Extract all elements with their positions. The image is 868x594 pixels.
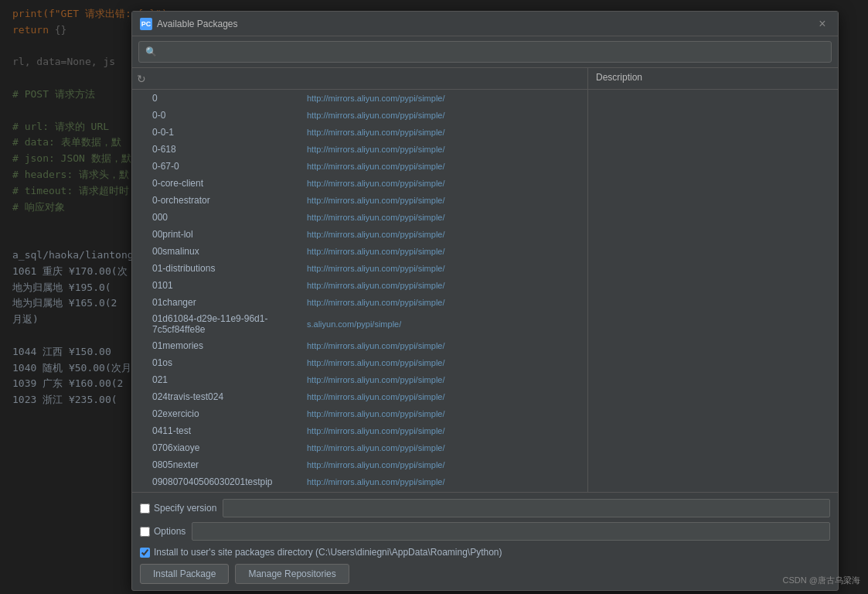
table-row[interactable]: 024travis-test024http://mirrors.aliyun.c… [132, 388, 587, 405]
package-name: 0-core-client [152, 178, 307, 189]
table-row[interactable]: 01-distributionshttp://mirrors.aliyun.co… [132, 260, 587, 277]
package-url: http://mirrors.aliyun.com/pypi/simple/ [307, 477, 445, 486]
version-input[interactable] [223, 499, 830, 517]
options-checkbox-label[interactable]: Options [140, 526, 186, 537]
available-packages-dialog: PC Available Packages × 🔍 ↻ 0http://mirr… [131, 11, 839, 591]
table-row[interactable]: 0-0http://mirrors.aliyun.com/pypi/simple… [132, 107, 587, 124]
package-url: http://mirrors.aliyun.com/pypi/simple/ [307, 298, 445, 307]
close-button[interactable]: × [815, 16, 830, 32]
package-url: http://mirrors.aliyun.com/pypi/simple/ [307, 162, 445, 171]
search-input-wrapper[interactable]: 🔍 [138, 41, 832, 63]
package-name: 00print-lol [152, 229, 307, 240]
package-url: http://mirrors.aliyun.com/pypi/simple/ [307, 409, 445, 418]
search-icon: 🔍 [145, 46, 157, 57]
package-name: 0-67-0 [152, 161, 307, 172]
table-row[interactable]: 01changerhttp://mirrors.aliyun.com/pypi/… [132, 294, 587, 311]
package-url: http://mirrors.aliyun.com/pypi/simple/ [307, 230, 445, 239]
search-input[interactable] [160, 46, 825, 57]
package-name: 00smalinux [152, 246, 307, 257]
table-row[interactable]: 0411-testhttp://mirrors.aliyun.com/pypi/… [132, 422, 587, 439]
manage-repositories-button[interactable]: Manage Repositories [235, 564, 349, 584]
package-name: 02exercicio [152, 408, 307, 419]
package-url: http://mirrors.aliyun.com/pypi/simple/ [307, 281, 445, 290]
package-name: 0805nexter [152, 459, 307, 470]
package-list: 0http://mirrors.aliyun.com/pypi/simple/0… [132, 90, 587, 492]
table-row[interactable]: 090807040506030201testpiphttp://mirrors.… [132, 473, 587, 490]
package-name: 01os [152, 357, 307, 368]
pycharm-icon: PC [140, 18, 152, 30]
package-name: 01memories [152, 340, 307, 351]
specify-version-checkbox-label[interactable]: Specify version [140, 503, 216, 514]
table-row[interactable]: 0805nexterhttp://mirrors.aliyun.com/pypi… [132, 456, 587, 473]
bottom-panel: Specify version Options Install to user'… [132, 492, 838, 590]
refresh-icon[interactable]: ↻ [137, 73, 149, 85]
package-url: http://mirrors.aliyun.com/pypi/simple/ [307, 179, 445, 188]
package-url: http://mirrors.aliyun.com/pypi/simple/ [307, 443, 445, 452]
watermark: CSDN @唐古乌梁海 [783, 575, 860, 586]
options-checkbox[interactable] [140, 527, 150, 537]
table-row[interactable]: 0-0-1http://mirrors.aliyun.com/pypi/simp… [132, 124, 587, 141]
package-name: 01-distributions [152, 263, 307, 274]
table-row[interactable]: 01oshttp://mirrors.aliyun.com/pypi/simpl… [132, 354, 587, 371]
description-panel: Description [588, 68, 838, 492]
package-url: http://mirrors.aliyun.com/pypi/simple/ [307, 247, 445, 256]
dialog-title: Available Packages [157, 19, 238, 29]
specify-version-label: Specify version [154, 503, 216, 514]
table-row[interactable]: 02exerciciohttp://mirrors.aliyun.com/pyp… [132, 405, 587, 422]
table-row[interactable]: 0-618http://mirrors.aliyun.com/pypi/simp… [132, 141, 587, 158]
package-url: http://mirrors.aliyun.com/pypi/simple/ [307, 460, 445, 469]
description-content [588, 90, 838, 492]
package-name: 0-618 [152, 144, 307, 155]
specify-version-row: Specify version [140, 499, 830, 517]
package-url: http://mirrors.aliyun.com/pypi/simple/ [307, 341, 445, 350]
description-header: Description [588, 68, 838, 90]
package-name: 0-orchestrator [152, 195, 307, 206]
title-left: PC Available Packages [140, 18, 238, 30]
package-url: http://mirrors.aliyun.com/pypi/simple/ [307, 358, 445, 367]
table-row[interactable]: 021http://mirrors.aliyun.com/pypi/simple… [132, 371, 587, 388]
package-url: http://mirrors.aliyun.com/pypi/simple/ [307, 375, 445, 384]
package-name: 01d61084-d29e-11e9-96d1-7c5cf84ffe8e [152, 313, 307, 335]
install-path-checkbox[interactable] [140, 548, 150, 558]
install-package-button[interactable]: Install Package [140, 564, 229, 584]
package-name: 090807040506030201testpip [152, 476, 307, 487]
install-path-label[interactable]: Install to user's site packages director… [140, 547, 502, 558]
package-url: http://mirrors.aliyun.com/pypi/simple/ [307, 392, 445, 401]
package-url: http://mirrors.aliyun.com/pypi/simple/ [307, 196, 445, 205]
table-row[interactable]: 00smalinuxhttp://mirrors.aliyun.com/pypi… [132, 243, 587, 260]
package-url: http://mirrors.aliyun.com/pypi/simple/ [307, 264, 445, 273]
package-name: 000 [152, 212, 307, 223]
table-row[interactable]: 00print-lolhttp://mirrors.aliyun.com/pyp… [132, 226, 587, 243]
specify-version-checkbox[interactable] [140, 504, 150, 514]
table-row[interactable]: 0101http://mirrors.aliyun.com/pypi/simpl… [132, 277, 587, 294]
dialog-body: ↻ 0http://mirrors.aliyun.com/pypi/simple… [132, 68, 838, 492]
search-bar: 🔍 [132, 36, 838, 68]
options-input[interactable] [192, 522, 830, 541]
dialog-titlebar: PC Available Packages × [132, 12, 838, 36]
package-url: http://mirrors.aliyun.com/pypi/simple/ [307, 111, 445, 120]
table-row[interactable]: 0http://mirrors.aliyun.com/pypi/simple/ [132, 90, 587, 107]
table-row[interactable]: 0-core-clienthttp://mirrors.aliyun.com/p… [132, 175, 587, 192]
install-path-text: Install to user's site packages director… [154, 547, 502, 558]
list-toolbar: ↻ [132, 68, 587, 90]
table-row[interactable]: 000http://mirrors.aliyun.com/pypi/simple… [132, 209, 587, 226]
options-label: Options [154, 526, 186, 537]
package-name: 0 [152, 93, 307, 104]
options-row: Options [140, 522, 830, 541]
table-row[interactable]: 0-orchestratorhttp://mirrors.aliyun.com/… [132, 192, 587, 209]
table-row[interactable]: 01d61084-d29e-11e9-96d1-7c5cf84ffe8es.al… [132, 311, 587, 337]
install-path-row: Install to user's site packages director… [140, 547, 830, 558]
package-name: 024travis-test024 [152, 391, 307, 402]
package-name: 0-0 [152, 110, 307, 121]
table-row[interactable]: 0-67-0http://mirrors.aliyun.com/pypi/sim… [132, 158, 587, 175]
table-row[interactable]: 0706xiaoyehttp://mirrors.aliyun.com/pypi… [132, 439, 587, 456]
package-url: http://mirrors.aliyun.com/pypi/simple/ [307, 426, 445, 435]
package-name: 0-0-1 [152, 127, 307, 138]
action-buttons: Install Package Manage Repositories [140, 564, 830, 584]
table-row[interactable]: 01memorieshttp://mirrors.aliyun.com/pypi… [132, 337, 587, 354]
package-name: 0706xiaoye [152, 442, 307, 453]
package-url: http://mirrors.aliyun.com/pypi/simple/ [307, 213, 445, 222]
package-url: http://mirrors.aliyun.com/pypi/simple/ [307, 128, 445, 137]
package-url: http://mirrors.aliyun.com/pypi/simple/ [307, 94, 445, 103]
package-name: 021 [152, 374, 307, 385]
